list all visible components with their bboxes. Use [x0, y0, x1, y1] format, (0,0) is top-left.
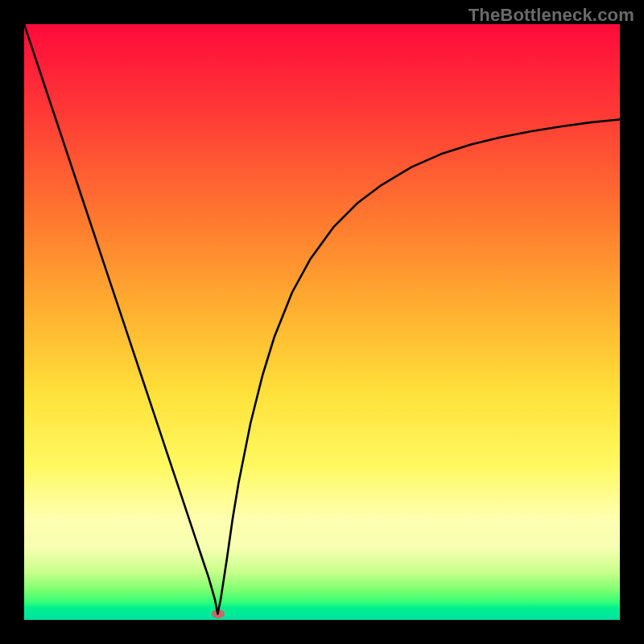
watermark-text: TheBottleneck.com	[469, 5, 634, 26]
bottleneck-curve	[24, 24, 620, 620]
chart-frame: TheBottleneck.com	[0, 0, 644, 644]
plot-area	[24, 24, 620, 620]
